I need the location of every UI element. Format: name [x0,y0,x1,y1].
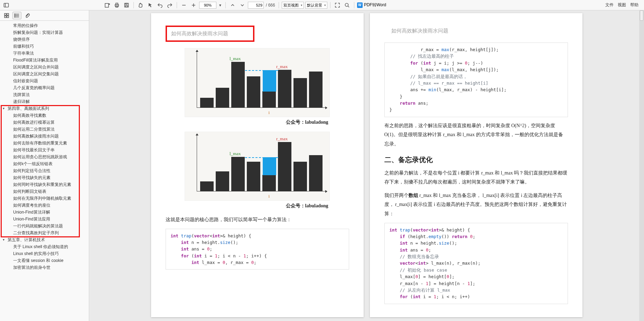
outline-item[interactable]: Linux shell 的实用小技巧 [1,250,89,257]
outline-list[interactable]: 常用的位操作拆解复杂问题：实现计算器烧饼排序前缀和技巧字符串乘法FloodFil… [0,21,89,321]
outline-item[interactable]: 如何去除有序数组的重复元素 [1,140,89,147]
menu-help[interactable]: 帮助 [630,2,638,8]
prev-page-button[interactable] [228,1,237,9]
zoom-dropdown-button[interactable]: ▾ [218,1,223,9]
svg-rect-2 [105,3,109,7]
outline-chapter[interactable]: 第五章、计算机技术 [1,237,89,242]
outline-item[interactable]: 递归详解 [1,98,89,105]
zoom-out-button[interactable] [180,1,188,9]
bar [293,78,307,107]
bar [231,157,245,191]
bar [200,181,214,191]
bar [216,171,229,191]
chart-1: l_maxr_maxi [185,48,330,117]
outline-item[interactable]: 烧饼排序 [1,36,89,43]
bar [309,72,323,107]
sidebar-toggle-button[interactable] [2,1,10,9]
water-level-line [245,70,278,71]
outline-item[interactable]: 区间调度之区间交集问题 [1,70,89,77]
outline-item[interactable]: 如何高效寻找素数 [1,112,89,119]
print-button[interactable] [113,1,121,9]
hand-tool-button[interactable] [137,1,145,9]
outline-item[interactable]: 常用的位操作 [1,22,89,29]
outline-item[interactable]: 如何寻找缺失的元素 [1,174,89,181]
outline-item[interactable]: 加密算法的前身今世 [1,264,89,271]
open-button[interactable] [103,1,111,9]
outline-item[interactable]: FloodFill算法详解及应用 [1,57,89,64]
left-body-text: 这就是本问题的核心思路，我们可以简单写一个暴力算法： [166,215,349,225]
outline-item[interactable]: 如何寻找最长回文子串 [1,147,89,153]
outline-item[interactable]: 如何在无限序列中随机抽取元素 [1,195,89,202]
document-viewer[interactable]: 如何高效解决接雨水问题 l_maxr_maxi 公众号：labuladong l… [89,10,644,321]
page-left: 如何高效解决接雨水问题 l_maxr_maxi 公众号：labuladong l… [151,13,364,317]
sidebar-tabs [0,10,89,21]
outline-item[interactable]: 如何运用二分查找算法 [1,126,89,133]
select-tool-button[interactable] [146,1,155,9]
outline-item[interactable]: 信封嵌套问题 [1,77,89,84]
pdf-to-word-label: PDF转Word [364,2,386,8]
outline-item[interactable]: 关于 Linux shell 你必须知道的 [1,243,89,250]
page-right-heading: 如何高效解决接雨水问题 [384,26,455,36]
view-mode-dropdown[interactable]: 双页视图 [282,2,304,9]
page-right: 如何高效解决接雨水问题 r_max = max(r_max, height[j]… [370,13,582,317]
menu-file[interactable]: 文件 [605,2,614,8]
bar [216,88,229,107]
water-level-line [245,157,278,158]
zoom-in-button[interactable] [189,1,198,9]
outline-item[interactable]: 如何k个一组反转链表 [1,160,89,167]
zoom-input[interactable] [199,2,216,9]
outline-tab[interactable] [12,12,21,19]
section-title: 二、备忘录优化 [384,155,568,164]
bar [278,70,291,107]
fullscreen-button[interactable] [333,1,342,9]
attachments-tab[interactable] [23,12,32,19]
svg-rect-14 [4,13,6,15]
chart-label: i [269,110,270,115]
code-block-bottom-right: int trap(vector<int>& height) { if (heig… [384,223,568,304]
outline-item[interactable]: Union-Find算法应用 [1,216,89,223]
outline-item[interactable]: 如何判断回文链表 [1,188,89,195]
bar [278,142,291,191]
right-para3: 我们开两个数组 r_max 和 l_max 充当备忘录， l_max[i] 表示… [384,191,568,219]
pdf-to-word-button[interactable]: W PDF转Word [357,2,386,8]
outline-chapter[interactable]: 第四章、高频面试系列 [1,106,89,111]
page-number-input[interactable] [248,2,264,9]
outline-item[interactable]: 如何同时寻找缺失和重复的元素 [1,181,89,188]
chart1-caption: 公众号：labuladong [166,119,328,125]
chart-2: l_maxr_maxi [185,132,330,201]
word-icon: W [357,2,363,8]
outline-item[interactable]: 洗牌算法 [1,91,89,98]
top-toolbar: ▾ / 666 双页视图 默认背景 W PDF转Word 文件 视图 帮助 [0,0,644,10]
background-dropdown[interactable]: 默认背景 [305,2,327,9]
outline-item[interactable]: 几个反直觉的概率问题 [1,84,89,91]
water-fill [263,70,276,91]
thumbnails-tab[interactable] [2,12,11,19]
svg-point-12 [345,3,348,6]
bar [231,62,245,107]
code-block-top-right: r_max = max(r_max, height[j]); // 找左边最高的… [384,43,568,117]
outline-item[interactable]: 拆解复杂问题：实现计算器 [1,29,89,36]
save-button[interactable] [122,1,131,9]
viewer-scrollbar[interactable] [639,10,644,321]
outline-item[interactable]: 前缀和技巧 [1,43,89,50]
bar [262,175,276,191]
redo-button[interactable] [166,1,174,9]
outline-item[interactable]: 如何调度考生的座位 [1,202,89,209]
outline-item[interactable]: 如何高效解决接雨水问题 [1,133,89,140]
outline-item[interactable]: Union-Find算法详解 [1,209,89,216]
outline-item[interactable]: 如何运用贪心思想玩跳跃游戏 [1,153,89,160]
search-button[interactable] [343,1,351,9]
outline-item[interactable]: 字符串乘法 [1,50,89,57]
outline-item[interactable]: 如何判定括号合法性 [1,167,89,174]
svg-rect-16 [4,16,6,18]
outline-item[interactable]: 一文看懂 session 和 cookie [1,257,89,264]
bar [293,162,307,191]
code-block-left: int trap(vector<int>& height) { int n = … [166,229,349,270]
outline-item[interactable]: 如何高效进行模幂运算 [1,119,89,126]
outline-item[interactable]: 区间调度之区间合并问题 [1,64,89,70]
menu-view[interactable]: 视图 [618,2,626,8]
outline-item[interactable]: 二分查找高效判定子序列 [1,229,89,236]
outline-item[interactable]: 一行代码就能解决的算法题 [1,223,89,229]
undo-button[interactable] [156,1,164,9]
next-page-button[interactable] [238,1,246,9]
